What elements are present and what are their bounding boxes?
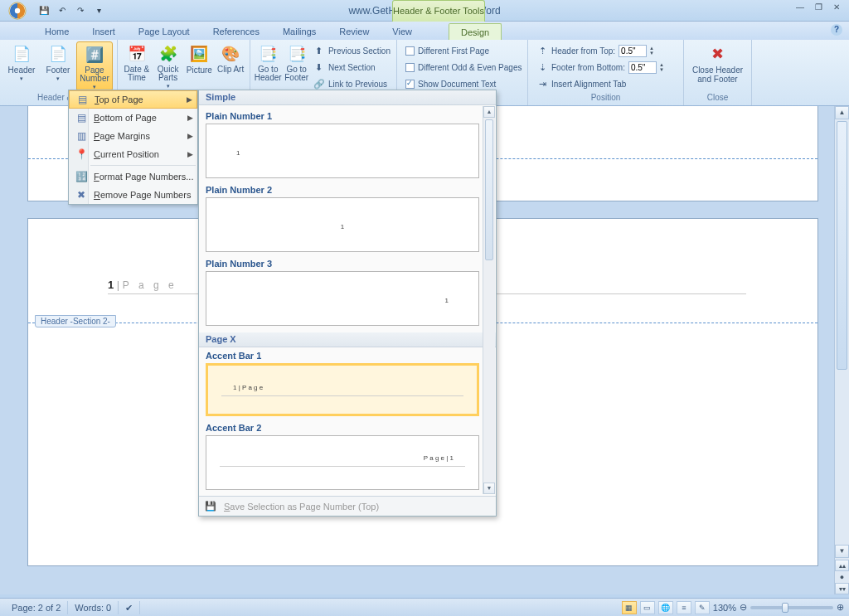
calendar-icon: 📅 (126, 43, 148, 65)
gallery-item-accent-bar-2[interactable]: P a g e | 1 (206, 435, 479, 490)
zoom-slider[interactable] (750, 606, 833, 609)
close-window-button[interactable]: ✕ (829, 2, 844, 14)
restore-button[interactable]: ❐ (811, 2, 826, 14)
gallery-item-plain-2[interactable]: 1 (206, 197, 479, 252)
gallery-item-accent-bar-1-label: Accent Bar 1 (206, 351, 479, 361)
save-icon[interactable]: 💾 (36, 3, 51, 18)
menu-format-page-numbers[interactable]: 🔢Format Page Numbers... (69, 167, 197, 186)
gallery-item-accent-bar-2-label: Accent Bar 2 (206, 423, 479, 433)
different-first-page-checkbox[interactable]: Different First Page (403, 43, 524, 58)
gallery-category-simple: Simple (199, 90, 496, 105)
zoom-slider-knob[interactable] (782, 603, 788, 613)
gallery-item-plain-3-label: Plain Number 3 (206, 259, 479, 269)
tab-view[interactable]: View (381, 23, 424, 40)
different-odd-even-checkbox[interactable]: Different Odd & Even Pages (403, 60, 524, 75)
undo-icon[interactable]: ↶ (55, 3, 70, 18)
remove-icon: ✖ (72, 186, 90, 204)
goto-header-button[interactable]: 📑Go to Header (254, 41, 282, 82)
scroll-thumb[interactable] (837, 121, 847, 370)
zoom-out-button[interactable]: ⊖ (740, 602, 747, 613)
scroll-up-button[interactable]: ▲ (835, 106, 849, 119)
tab-home[interactable]: Home (33, 23, 80, 40)
tab-insert[interactable]: Insert (80, 23, 127, 40)
tab-review[interactable]: Review (327, 23, 381, 40)
status-page[interactable]: Page: 2 of 2 (5, 601, 68, 614)
page-number-icon: #️⃣ (84, 44, 105, 65)
help-button[interactable]: ? (831, 24, 842, 36)
save-selection-label: Save Selection as Page Number (Top) (224, 502, 379, 512)
zoom-in-button[interactable]: ⊕ (837, 602, 844, 613)
footer-from-bottom-icon: ⇣ (536, 61, 548, 73)
insert-alignment-tab-button[interactable]: ⇥Insert Alignment Tab (534, 76, 672, 91)
view-draft[interactable]: ✎ (695, 601, 710, 614)
bottom-of-page-icon: ▤ (72, 109, 90, 127)
gallery-item-plain-3[interactable]: 1 (206, 271, 479, 326)
close-icon: ✖ (707, 43, 729, 65)
office-button[interactable] (3, 0, 32, 22)
zoom-level[interactable]: 130% (713, 603, 736, 613)
view-print-layout[interactable]: ▦ (622, 601, 637, 614)
minimize-button[interactable]: — (793, 2, 808, 14)
tab-design[interactable]: Design (449, 23, 502, 40)
footer-icon: 📄 (47, 43, 69, 65)
header-from-top-label: Header from Top: (551, 46, 615, 56)
footer-from-bottom-label: Footer from Bottom: (551, 63, 625, 72)
status-bar: Page: 2 of 2 Words: 0 ✔ ▦ ▭ 🌐 ≡ ✎ 130% ⊖… (0, 598, 849, 616)
menu-remove-page-numbers[interactable]: ✖Remove Page Numbers (69, 186, 197, 204)
group-label-position: Position (531, 92, 680, 104)
alignment-tab-icon: ⇥ (536, 78, 548, 90)
picture-button[interactable]: 🖼️Picture (184, 41, 216, 75)
gallery-footer: 💾 Save Selection as Page Number (Top) (199, 496, 496, 516)
goto-footer-icon: 📑 (286, 43, 308, 65)
footer-button[interactable]: 📄Footer▾ (40, 41, 76, 82)
tab-mailings[interactable]: Mailings (271, 23, 327, 40)
browse-prev-button[interactable]: ▴▴ (835, 560, 849, 571)
footer-from-bottom-input[interactable]: ▲▼ (628, 61, 669, 74)
menu-bottom-of-page[interactable]: ▤Bottom of Page▶ (69, 109, 197, 127)
group-label-close: Close (687, 92, 748, 104)
status-words[interactable]: Words: 0 (68, 601, 119, 614)
clip-art-button[interactable]: 🎨Clip Art (215, 41, 246, 74)
quick-parts-button[interactable]: 🧩Quick Parts▾ (153, 41, 184, 90)
tab-references[interactable]: References (201, 23, 271, 40)
menu-current-position[interactable]: 📍Current Position▶ (69, 145, 197, 163)
gallery-scroll-down[interactable]: ▼ (483, 483, 495, 494)
menu-top-of-page[interactable]: ▤Top of Page▶ (69, 90, 197, 109)
view-web-layout[interactable]: 🌐 (658, 601, 673, 614)
tab-page-layout[interactable]: Page Layout (127, 23, 201, 40)
view-outline[interactable]: ≡ (677, 601, 691, 614)
ribbon-tabs: Home Insert Page Layout References Maili… (0, 22, 849, 40)
date-time-button[interactable]: 📅Date & Time (121, 41, 153, 82)
scroll-down-button[interactable]: ▼ (835, 545, 849, 558)
previous-section-button[interactable]: ⬆Previous Section (311, 43, 393, 58)
browse-object-button[interactable]: ● (835, 571, 849, 583)
next-section-button[interactable]: ⬇Next Section (311, 60, 393, 75)
page-number-menu: ▤Top of Page▶ ▤Bottom of Page▶ ▥Page Mar… (68, 90, 198, 205)
gallery-scroll-up[interactable]: ▲ (483, 106, 495, 118)
next-section-icon: ⬇ (313, 61, 325, 73)
prev-section-icon: ⬆ (313, 45, 325, 56)
picture-icon: 🖼️ (188, 43, 210, 65)
gallery-category-pagex: Page X (199, 332, 496, 347)
header-from-top-input[interactable]: ▲▼ (619, 45, 659, 57)
redo-icon[interactable]: ↷ (73, 3, 88, 18)
header-button[interactable]: 📄Header▾ (3, 41, 40, 82)
gallery-item-accent-bar-1[interactable]: 1 | P a g e (206, 363, 479, 416)
qat-more-icon[interactable]: ▾ (91, 3, 106, 18)
menu-page-margins[interactable]: ▥Page Margins▶ (69, 127, 197, 145)
view-full-screen[interactable]: ▭ (640, 601, 655, 614)
contextual-tab-label: Header & Footer Tools (392, 0, 485, 22)
browse-next-button[interactable]: ▾▾ (835, 583, 849, 594)
gallery-item-plain-1[interactable]: 1 (206, 124, 479, 178)
status-proofing-icon[interactable]: ✔ (119, 601, 140, 614)
gallery-item-plain-1-label: Plain Number 1 (206, 111, 479, 121)
vertical-scrollbar[interactable]: ▲ ▴▴ ● ▾▾ ▼ (834, 106, 849, 594)
gallery-scrollbar[interactable]: ▲ ▼ (483, 106, 495, 494)
page-number-button[interactable]: #️⃣Page Number▾ (76, 41, 113, 91)
goto-footer-button[interactable]: 📑Go to Footer (282, 41, 310, 82)
close-header-footer-button[interactable]: ✖Close Header and Footer (689, 41, 747, 84)
header-icon: 📄 (11, 43, 32, 65)
page-number-gallery: Simple Plain Number 1 1 Plain Number 2 1… (198, 90, 497, 517)
gallery-scroll-thumb[interactable] (485, 119, 493, 260)
format-icon: 🔢 (72, 167, 90, 186)
